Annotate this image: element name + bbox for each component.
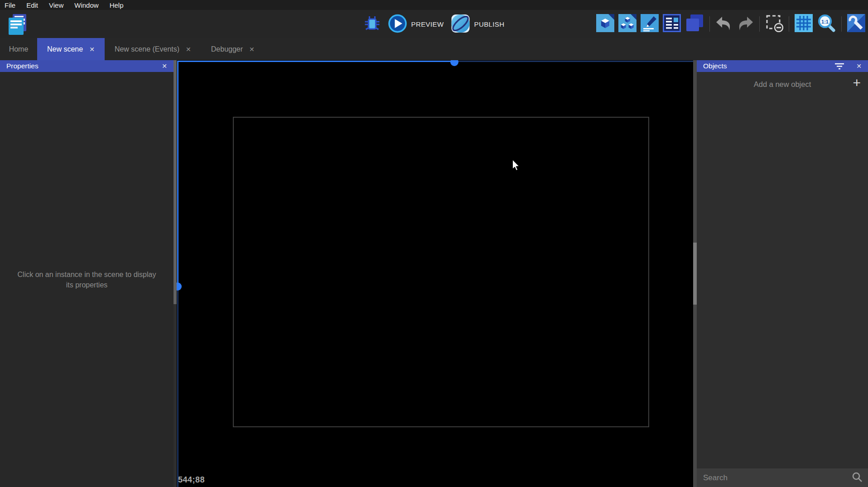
object-groups-icon[interactable] bbox=[618, 14, 637, 34]
selection-edge-left bbox=[177, 61, 178, 286]
objects-editor-icon[interactable] bbox=[596, 14, 614, 34]
debug-bug-icon bbox=[364, 15, 381, 33]
toolbar-separator bbox=[709, 16, 710, 32]
objects-search-bar bbox=[697, 468, 868, 487]
content-area: Properties ✕ Click on an instance in the… bbox=[0, 60, 868, 487]
instances-list-icon[interactable] bbox=[685, 14, 704, 34]
search-icon[interactable] bbox=[852, 472, 863, 484]
toolbar: PREVIEW PUBLISH bbox=[0, 10, 868, 38]
selection-edge-top-far bbox=[454, 61, 697, 62]
toolbar-center: PREVIEW PUBLISH bbox=[364, 10, 505, 38]
publish-globe-icon bbox=[451, 14, 470, 34]
tab-label: Home bbox=[9, 45, 29, 53]
tab-new-scene[interactable]: New scene ✕ bbox=[37, 38, 105, 60]
canvas-left-scrollbar bbox=[174, 60, 177, 487]
selection-edge-left-far bbox=[177, 286, 178, 487]
close-icon[interactable]: ✕ bbox=[162, 62, 167, 70]
close-icon[interactable]: ✕ bbox=[249, 46, 255, 53]
menu-help[interactable]: Help bbox=[110, 1, 124, 9]
scene-canvas[interactable]: 544;88 bbox=[174, 60, 697, 487]
preview-play-icon bbox=[388, 14, 407, 34]
menu-view[interactable]: View bbox=[49, 1, 63, 9]
objects-header: Objects ✕ bbox=[697, 60, 868, 72]
redo-icon[interactable] bbox=[737, 15, 754, 33]
preview-button[interactable]: PREVIEW bbox=[388, 14, 444, 34]
filter-icon[interactable] bbox=[834, 62, 844, 72]
gdevelop-app: File Edit View Window Help bbox=[0, 0, 868, 487]
properties-title: Properties bbox=[6, 62, 39, 70]
menu-bar: File Edit View Window Help bbox=[0, 0, 868, 10]
cursor-coordinates-label: 544;88 bbox=[178, 475, 205, 485]
deselect-icon[interactable] bbox=[765, 14, 783, 34]
publish-button[interactable]: PUBLISH bbox=[451, 14, 504, 34]
tab-home[interactable]: Home bbox=[0, 38, 37, 60]
editor-settings-wrench-icon[interactable] bbox=[847, 14, 865, 34]
close-icon[interactable]: ✕ bbox=[186, 46, 191, 53]
tab-bar: Home New scene ✕ New scene (Events) ✕ De… bbox=[0, 38, 868, 60]
objects-title: Objects bbox=[703, 62, 727, 70]
selection-edge-top bbox=[177, 61, 454, 62]
properties-empty-state: Click on an instance in the scene to dis… bbox=[0, 269, 174, 290]
game-window-frame bbox=[233, 117, 649, 427]
tab-label: Debugger bbox=[211, 45, 243, 53]
toolbar-separator bbox=[841, 16, 842, 32]
add-object-label: Add a new object bbox=[754, 80, 811, 89]
zoom-1to1-icon[interactable]: 1:1 bbox=[817, 14, 836, 34]
menu-window[interactable]: Window bbox=[74, 1, 98, 9]
objects-panel: Objects ✕ Add a new object + bbox=[697, 60, 868, 487]
layers-list-icon[interactable] bbox=[663, 14, 681, 34]
toolbar-separator bbox=[759, 16, 760, 32]
selection-handle-top[interactable] bbox=[450, 60, 458, 66]
preview-label: PREVIEW bbox=[411, 20, 444, 28]
scene-properties-icon[interactable] bbox=[641, 14, 659, 34]
publish-label: PUBLISH bbox=[474, 20, 504, 28]
add-object-row[interactable]: Add a new object + bbox=[697, 72, 868, 96]
close-icon[interactable]: ✕ bbox=[89, 46, 95, 53]
close-icon[interactable]: ✕ bbox=[856, 62, 862, 70]
tab-debugger[interactable]: Debugger ✕ bbox=[201, 38, 265, 60]
toolbar-separator bbox=[789, 16, 789, 32]
tab-label: New scene (Events) bbox=[115, 45, 179, 53]
toolbar-right: 1:1 bbox=[596, 10, 865, 38]
svg-text:1:1: 1:1 bbox=[821, 19, 829, 24]
search-input[interactable] bbox=[697, 473, 852, 482]
menu-edit[interactable]: Edit bbox=[26, 1, 38, 9]
properties-empty-message: Click on an instance in the scene to dis… bbox=[14, 269, 159, 290]
plus-icon[interactable]: + bbox=[853, 76, 861, 90]
mouse-cursor bbox=[512, 159, 521, 174]
scrollbar-thumb[interactable] bbox=[174, 60, 177, 304]
tab-label: New scene bbox=[47, 45, 83, 53]
tab-new-scene-events[interactable]: New scene (Events) ✕ bbox=[105, 38, 201, 60]
project-manager-icon[interactable] bbox=[7, 13, 28, 36]
properties-panel: Properties ✕ Click on an instance in the… bbox=[0, 60, 174, 487]
properties-header: Properties ✕ bbox=[0, 60, 174, 72]
debug-button[interactable] bbox=[364, 15, 381, 33]
scrollbar-thumb[interactable] bbox=[693, 243, 697, 305]
canvas-right-scrollbar bbox=[693, 60, 697, 487]
undo-icon[interactable] bbox=[715, 15, 733, 33]
grid-icon[interactable] bbox=[795, 14, 813, 34]
menu-file[interactable]: File bbox=[5, 1, 15, 9]
